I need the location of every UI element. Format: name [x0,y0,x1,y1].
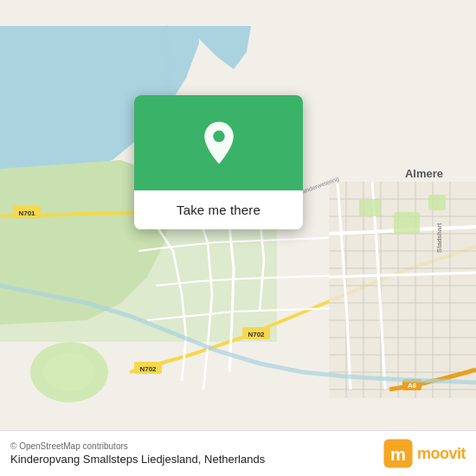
bottom-bar: © OpenStreetMap contributors Kinderopvan… [0,430,476,476]
location-name: Kinderopvang Smallsteps Liedjesland, Net… [10,453,265,466]
svg-text:A6: A6 [408,382,417,389]
svg-rect-36 [394,212,420,234]
map-background: N701 N702 N702 A6 Almere Stadshart [0,0,476,476]
bottom-left: © OpenStreetMap contributors Kinderopvan… [10,441,265,466]
popup-header [134,95,303,190]
svg-text:Almere: Almere [405,167,443,180]
svg-rect-37 [428,195,446,210]
svg-text:N702: N702 [139,365,157,373]
map-container: N701 N702 N702 A6 Almere Stadshart [0,0,476,476]
moovit-text: moovit [417,445,466,463]
location-pin-icon [196,120,241,165]
osm-credit: © OpenStreetMap contributors [10,441,265,451]
svg-point-43 [213,131,224,142]
svg-rect-40 [182,26,225,39]
moovit-logo: m moovit [383,438,466,469]
svg-text:Stadshart: Stadshart [435,222,443,253]
svg-text:N701: N701 [18,209,35,217]
svg-rect-35 [359,199,381,216]
svg-text:N702: N702 [248,331,265,338]
svg-point-39 [43,353,95,391]
moovit-logo-svg: m [383,438,414,469]
popup-card: Take me there [134,95,303,229]
take-me-there-button[interactable]: Take me there [134,190,303,229]
svg-text:m: m [390,445,406,464]
